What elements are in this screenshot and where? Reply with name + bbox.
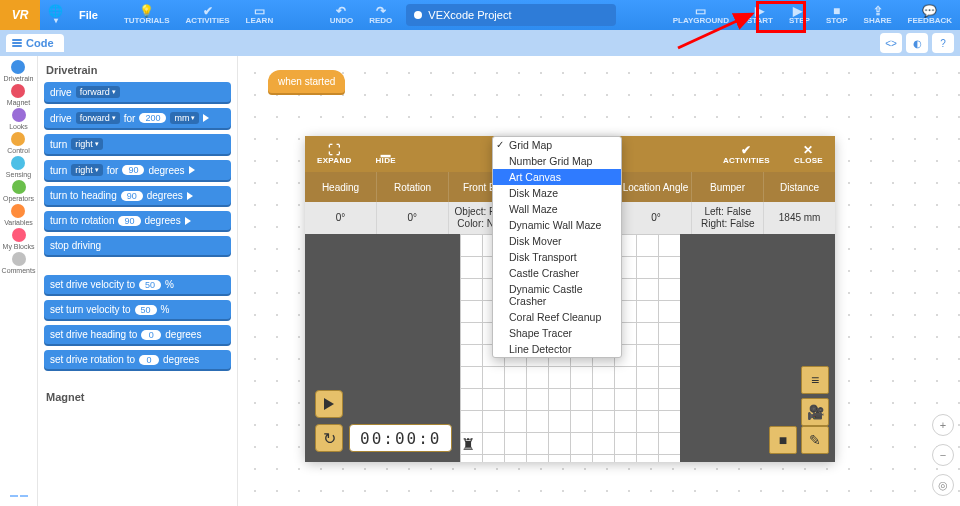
zoom-in-button[interactable]: + — [932, 414, 954, 436]
block-when-started[interactable]: when started — [268, 70, 345, 93]
playground-rec-button[interactable]: ■ — [769, 426, 797, 454]
input-degrees[interactable]: 90 — [122, 165, 144, 175]
menu-item-grid-map[interactable]: Grid Map — [493, 137, 621, 153]
dashboard-button[interactable]: ◐ — [906, 33, 928, 53]
category-label: Control — [7, 147, 30, 154]
project-name-field[interactable]: VEXcode Project — [406, 4, 616, 26]
playground-hide-button[interactable]: ▁HIDE — [364, 144, 408, 165]
language-button[interactable]: 🌐▾ — [40, 0, 71, 30]
playground-select-menu[interactable]: Grid MapNumber Grid MapArt CanvasDisk Ma… — [492, 136, 622, 358]
list-icon: ≡ — [811, 372, 819, 388]
file-menu[interactable]: File — [71, 0, 106, 30]
category-my-blocks[interactable]: My Blocks — [3, 228, 35, 250]
category-comments[interactable]: Comments — [2, 252, 36, 274]
activities-button-top[interactable]: ✔ACTIVITIES — [178, 0, 238, 30]
menu-item-dynamic-castle-crasher[interactable]: Dynamic Castle Crasher — [493, 281, 621, 309]
project-name-text: VEXcode Project — [428, 9, 511, 21]
menu-item-number-grid-map[interactable]: Number Grid Map — [493, 153, 621, 169]
dropdown-direction[interactable]: forward — [76, 112, 120, 124]
stop-button[interactable]: ■STOP — [818, 0, 856, 30]
category-control[interactable]: Control — [7, 132, 30, 154]
block-set-drive-velocity[interactable]: set drive velocity to 50 % — [44, 275, 231, 294]
input-distance[interactable]: 200 — [139, 113, 166, 123]
playground-expand-button[interactable]: ⛶EXPAND — [305, 144, 364, 165]
check-icon: ✔ — [741, 144, 751, 156]
learn-button[interactable]: ▭LEARN — [238, 0, 282, 30]
category-sensing[interactable]: Sensing — [6, 156, 31, 178]
category-magnet[interactable]: Magnet — [7, 84, 30, 106]
category-variables[interactable]: Variables — [4, 204, 33, 226]
tab-code[interactable]: Code — [6, 34, 64, 52]
zoom-fit-button[interactable]: ◎ — [932, 474, 954, 496]
code-view-button[interactable]: <> — [880, 33, 902, 53]
category-drivetrain[interactable]: Drivetrain — [4, 60, 34, 82]
input-rotation-set[interactable]: 0 — [139, 355, 159, 365]
dropdown-turn-direction[interactable]: right — [71, 138, 103, 150]
menu-item-shape-tracer[interactable]: Shape Tracer — [493, 325, 621, 341]
play-icon — [187, 192, 193, 200]
splitter-handle[interactable] — [4, 490, 34, 502]
camera-icon: 🎥 — [807, 404, 824, 420]
block-turn-to-rotation[interactable]: turn to rotation 90 degrees — [44, 211, 231, 230]
playground-close-button[interactable]: ✕CLOSE — [782, 144, 835, 165]
block-turn-to-heading[interactable]: turn to heading 90 degrees — [44, 186, 231, 205]
input-heading-set[interactable]: 0 — [141, 330, 161, 340]
input-rotation[interactable]: 90 — [118, 216, 140, 226]
input-velocity[interactable]: 50 — [139, 280, 161, 290]
menu-item-disk-mover[interactable]: Disk Mover — [493, 233, 621, 249]
dropdown-direction[interactable]: forward — [76, 86, 120, 98]
category-label: Comments — [2, 267, 36, 274]
category-operators[interactable]: Operators — [3, 180, 34, 202]
menu-item-disk-transport[interactable]: Disk Transport — [493, 249, 621, 265]
tutorials-button[interactable]: 💡TUTORIALS — [116, 0, 178, 30]
zoom-out-button[interactable]: − — [932, 444, 954, 466]
col-heading: Heading — [305, 172, 377, 202]
playground-pen-button[interactable]: ✎ — [801, 426, 829, 454]
category-color-icon — [11, 156, 25, 170]
playground-reset-button[interactable]: ↻ — [315, 424, 343, 452]
undo-button[interactable]: ↶UNDO — [322, 0, 362, 30]
minus-icon: − — [940, 449, 946, 461]
menu-item-coral-reef-cleanup[interactable]: Coral Reef Cleanup — [493, 309, 621, 325]
menu-item-dynamic-wall-maze[interactable]: Dynamic Wall Maze — [493, 217, 621, 233]
robot-icon: ♜ — [461, 435, 475, 454]
target-icon: ◎ — [938, 479, 948, 492]
block-set-turn-velocity[interactable]: set turn velocity to 50 % — [44, 300, 231, 319]
menu-item-disk-maze[interactable]: Disk Maze — [493, 185, 621, 201]
menu-item-wall-maze[interactable]: Wall Maze — [493, 201, 621, 217]
block-stop-driving[interactable]: stop driving — [44, 236, 231, 255]
block-drive-for[interactable]: drive forward for 200 mm — [44, 108, 231, 128]
play-icon — [324, 398, 334, 410]
playground-activities-button[interactable]: ✔ACTIVITIES — [711, 144, 782, 165]
block-turn[interactable]: turn right — [44, 134, 231, 154]
feedback-button[interactable]: 💬FEEDBACK — [900, 0, 960, 30]
dropdown-unit[interactable]: mm — [170, 112, 199, 124]
category-label: My Blocks — [3, 243, 35, 250]
block-drive[interactable]: drive forward — [44, 82, 231, 102]
category-label: Variables — [4, 219, 33, 226]
menu-item-line-detector[interactable]: Line Detector — [493, 341, 621, 357]
input-heading[interactable]: 90 — [121, 191, 143, 201]
playground-button[interactable]: ▭PLAYGROUND — [663, 0, 739, 30]
playground-camera-button[interactable]: 🎥 — [801, 398, 829, 426]
close-icon: ✕ — [803, 144, 813, 156]
start-button[interactable]: ▶START — [739, 0, 781, 30]
input-turn-velocity[interactable]: 50 — [135, 305, 157, 315]
share-button[interactable]: ⇪SHARE — [856, 0, 900, 30]
redo-button[interactable]: ↷REDO — [361, 0, 400, 30]
category-looks[interactable]: Looks — [9, 108, 28, 130]
dropdown-turn-direction[interactable]: right — [71, 164, 103, 176]
block-turn-for[interactable]: turn right for 90 degrees — [44, 160, 231, 180]
block-palette: Drivetrain drive forward drive forward f… — [38, 56, 238, 506]
logo: VR — [0, 0, 40, 30]
menu-item-castle-crasher[interactable]: Castle Crasher — [493, 265, 621, 281]
top-toolbar: VR 🌐▾ File 💡TUTORIALS ✔ACTIVITIES ▭LEARN… — [0, 0, 960, 30]
block-set-drive-rotation[interactable]: set drive rotation to 0 degrees — [44, 350, 231, 369]
tab-bar: Code <> ◐ ? — [0, 30, 960, 56]
help-button[interactable]: ? — [932, 33, 954, 53]
step-button[interactable]: ▶|STEP — [781, 0, 818, 30]
playground-run-button[interactable] — [315, 390, 343, 418]
block-set-drive-heading[interactable]: set drive heading to 0 degrees — [44, 325, 231, 344]
menu-item-art-canvas[interactable]: Art Canvas — [493, 169, 621, 185]
playground-view-list-button[interactable]: ≡ — [801, 366, 829, 394]
